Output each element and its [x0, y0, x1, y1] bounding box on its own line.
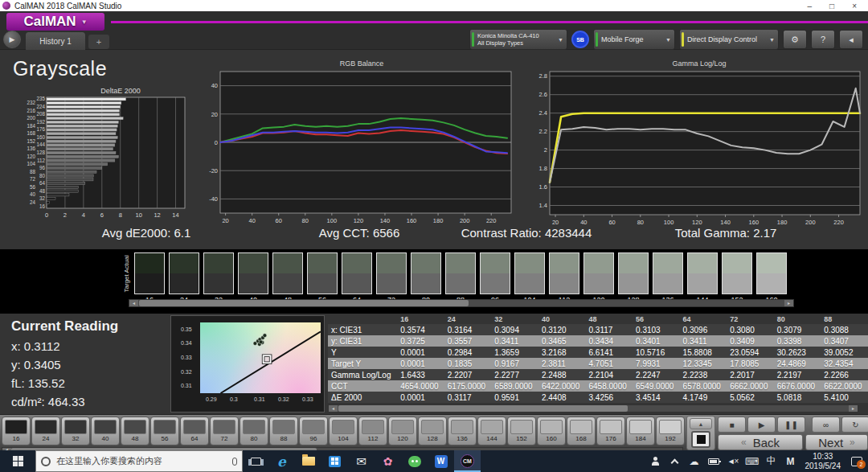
touch-keyboard-button[interactable]: ⌨ [743, 450, 762, 472]
level-button[interactable]: 176 [596, 417, 625, 445]
ime-button[interactable]: 中 [762, 450, 781, 472]
tray-expand-button[interactable] [665, 450, 685, 472]
level-button[interactable]: 88 [269, 417, 298, 445]
table-cell: 5.0562 [727, 392, 774, 403]
level-label: 40 [92, 435, 119, 442]
swatch-box [514, 252, 545, 294]
tab-history-1[interactable]: History 1 [26, 32, 85, 50]
svg-text:-40: -40 [209, 195, 218, 203]
level-button[interactable]: 80 [240, 417, 268, 445]
table-cell: 30.2623 [774, 347, 821, 358]
taskbar-file-explorer[interactable] [295, 450, 321, 472]
scrollbar-thumb[interactable] [338, 405, 628, 412]
table-cell: 2.2207 [444, 369, 492, 380]
settings-button[interactable]: ⚙ [783, 30, 807, 49]
source-dropdown[interactable]: Mobile Forge ▼ [593, 29, 675, 50]
pattern-window-button[interactable] [691, 431, 710, 448]
level-button[interactable]: 64 [180, 417, 209, 445]
swatch-box [376, 252, 407, 294]
scroll-right-icon[interactable]: ▸ [784, 300, 793, 306]
m-app-button[interactable]: M [781, 450, 800, 472]
sb-badge[interactable]: SB [571, 31, 589, 48]
collapse-panel-button[interactable]: ◂ [839, 30, 863, 49]
swatch-box [618, 252, 649, 294]
keyboard-icon: ⌨ [745, 456, 759, 467]
swatch-target [239, 273, 268, 293]
volume-button[interactable]: ◄× [723, 450, 743, 472]
taskbar-wps[interactable]: W [428, 450, 454, 472]
level-button[interactable]: 152 [507, 417, 536, 445]
taskbar-calman-active[interactable]: CM [454, 450, 481, 472]
level-button[interactable]: 136 [448, 417, 477, 445]
next-button[interactable]: Next » [805, 434, 868, 450]
level-button[interactable]: 24 [31, 417, 60, 445]
level-button[interactable]: 160 [537, 417, 566, 445]
grayscale-swatch: 112 [549, 252, 579, 304]
swatch-target [688, 273, 717, 293]
table-cell: 0.3164 [444, 324, 492, 335]
calman-logo-menu[interactable]: CalMAN ▼ [6, 13, 104, 31]
task-view-button[interactable] [243, 450, 268, 472]
battery-button[interactable] [704, 450, 723, 472]
level-button[interactable]: 40 [91, 417, 120, 445]
help-button[interactable]: ? [811, 30, 835, 49]
level-button[interactable]: 112 [358, 417, 387, 445]
level-button[interactable]: 16 [2, 417, 31, 445]
level-button[interactable]: 96 [299, 417, 328, 445]
svg-text:104: 104 [27, 161, 35, 166]
taskbar-pink-app[interactable]: ✿ [375, 450, 401, 472]
table-cell: 2.2104 [585, 369, 633, 380]
continuous-button[interactable]: ∞ [812, 417, 840, 433]
onedrive-button[interactable]: ☁ [685, 450, 704, 472]
taskbar-edge[interactable]: e [268, 450, 295, 472]
add-tab-button[interactable]: + [88, 35, 109, 49]
level-button[interactable]: 168 [567, 417, 596, 445]
tab-scroll-button[interactable]: ▶ [3, 31, 21, 48]
microphone-icon[interactable] [232, 458, 237, 466]
level-swatch [183, 420, 206, 434]
collapse-up-button[interactable]: ▲ [690, 418, 712, 429]
close-button[interactable]: × [852, 2, 857, 10]
level-button[interactable]: 104 [329, 417, 358, 445]
taskbar-mail[interactable]: ✉ [348, 450, 375, 472]
flower-icon: ✿ [383, 455, 393, 468]
svg-text:80: 80 [637, 219, 644, 226]
start-button[interactable] [0, 450, 35, 472]
scroll-left-icon[interactable]: ◂ [129, 300, 138, 306]
level-swatch [629, 420, 652, 434]
level-button[interactable]: 56 [150, 417, 179, 445]
level-button[interactable]: 128 [418, 417, 447, 445]
table-cell: 2.2238 [680, 369, 727, 380]
level-button[interactable]: 192 [656, 417, 685, 445]
level-button[interactable]: 184 [626, 417, 655, 445]
scroll-left-icon[interactable]: ◂ [329, 405, 338, 412]
svg-text:20: 20 [211, 111, 218, 118]
wechat-icon [408, 456, 421, 467]
svg-text:2.8: 2.8 [539, 72, 547, 80]
display-control-dropdown[interactable]: Direct Display Control ▼ [679, 29, 779, 50]
search-input[interactable]: 在这里输入你要搜索的内容 [35, 450, 243, 472]
stop-button[interactable]: ■ [718, 417, 746, 433]
pause-button[interactable]: ❚❚ [777, 417, 805, 433]
meter-dropdown[interactable]: Konica Minolta CA-410 All Display Types … [469, 29, 567, 50]
level-button[interactable]: 32 [61, 417, 90, 445]
refresh-button[interactable]: ↻ [841, 417, 868, 433]
swatch-scrollbar[interactable]: ◂ ▸ [129, 299, 794, 307]
notification-center-button[interactable]: 2 [845, 450, 868, 472]
taskbar-store[interactable] [321, 450, 348, 472]
scroll-right-icon[interactable]: ▸ [849, 405, 858, 412]
taskbar-wechat[interactable] [401, 450, 428, 472]
level-button[interactable]: 48 [121, 417, 149, 445]
people-button[interactable] [646, 450, 665, 472]
level-label: 88 [270, 435, 297, 442]
level-button[interactable]: 120 [388, 417, 417, 445]
level-button[interactable]: 72 [210, 417, 239, 445]
level-button[interactable]: 144 [477, 417, 506, 445]
table-scrollbar[interactable]: ◂ ▸ [328, 404, 858, 412]
clock[interactable]: 10:33 2019/5/24 [800, 452, 846, 471]
back-button[interactable]: « Back [718, 434, 803, 450]
minimize-button[interactable]: – [808, 2, 813, 10]
play-button[interactable]: ▶ [747, 417, 776, 433]
maximize-button[interactable]: □ [829, 2, 834, 10]
scrollbar-thumb[interactable] [139, 300, 469, 306]
